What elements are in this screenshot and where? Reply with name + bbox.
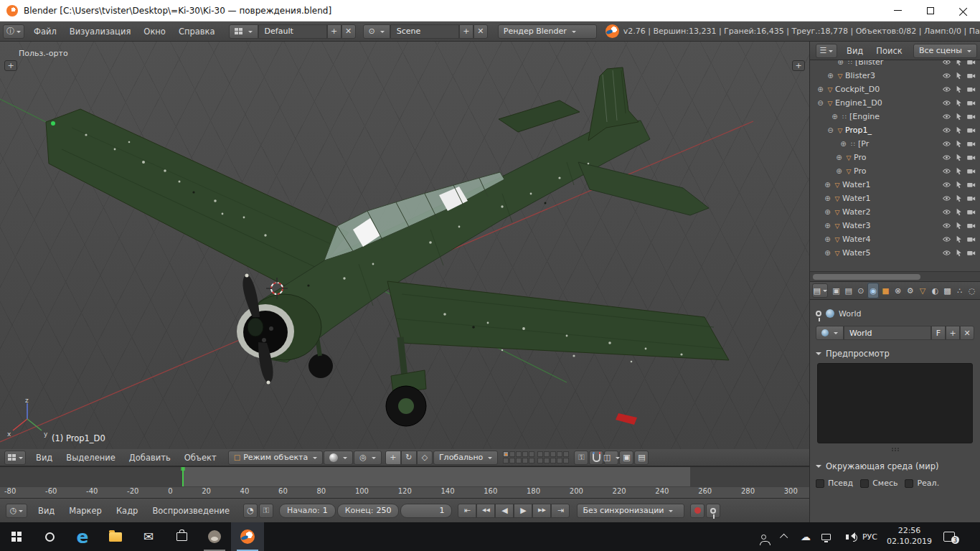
tab-particles[interactable]: ∴ — [954, 283, 966, 298]
environment-panel-header[interactable]: Окружающая среда (мир) — [816, 458, 974, 474]
visibility-eye-icon[interactable] — [942, 221, 951, 230]
selectable-cursor-icon[interactable] — [954, 194, 963, 203]
expand-icon[interactable]: ⊕ — [834, 167, 844, 175]
auto-keyframe-button[interactable] — [690, 504, 705, 518]
toolshelf-expand-button[interactable]: + — [4, 60, 17, 71]
outliner-item[interactable]: ⊕ ▽ Blister3 — [810, 69, 980, 83]
tray-overflow-button[interactable] — [779, 534, 791, 540]
close-button[interactable] — [947, 0, 980, 22]
unlink-world-button[interactable]: ✕ — [960, 326, 974, 340]
scrollbar-thumb[interactable] — [813, 274, 920, 280]
outliner-item[interactable]: ⊕ ▽ Pro — [810, 164, 980, 178]
prev-keyframe-button[interactable]: ◀◀ — [476, 504, 495, 518]
gimp-taskbar-button[interactable] — [198, 522, 231, 551]
play-reverse-button[interactable]: ◀ — [495, 504, 514, 518]
renderable-camera-icon[interactable] — [966, 207, 976, 217]
menu-add[interactable]: Добавить — [123, 451, 177, 465]
expand-icon[interactable]: ⊕ — [823, 222, 832, 230]
scale-manipulator-button[interactable]: ◇ — [417, 451, 433, 465]
outliner-item[interactable]: ⊕ ▽ Water4 — [810, 232, 980, 246]
viewport-3d[interactable]: Польз.-орто (1) Prop1_D0 + + z x y — [0, 42, 809, 449]
menu-file[interactable]: Файл — [27, 24, 63, 39]
menu-render[interactable]: Визуализация — [63, 24, 138, 39]
scene-browse-button[interactable]: ⊙ — [363, 24, 390, 39]
renderable-camera-icon[interactable] — [966, 98, 976, 108]
scene-add-button[interactable]: + — [459, 24, 473, 39]
current-frame-playhead[interactable] — [182, 467, 184, 486]
expand-icon[interactable]: ⊕ — [823, 249, 832, 257]
world-browse-button[interactable] — [816, 326, 844, 340]
outliner-item[interactable]: ⊕ ▽ Water5 — [810, 246, 980, 260]
network-tray-button[interactable] — [821, 534, 832, 540]
file-explorer-button[interactable] — [99, 522, 132, 551]
renderable-camera-icon[interactable] — [966, 180, 976, 189]
outliner-item[interactable]: ⊕ ▽ Water3 — [810, 219, 980, 232]
frame-start-field[interactable]: Начало: 1 — [279, 504, 336, 518]
editor-type-button[interactable]: ⓘ — [3, 24, 24, 39]
menu-frame[interactable]: Кадр — [110, 504, 144, 518]
current-frame-field[interactable]: 1 — [400, 504, 452, 518]
store-button[interactable] — [165, 522, 198, 551]
viewport-shading-button[interactable] — [324, 451, 353, 465]
pivot-point-button[interactable]: ◎ — [354, 451, 382, 465]
onedrive-tray-button[interactable]: ☁ — [800, 532, 811, 542]
renderable-camera-icon[interactable] — [966, 194, 976, 203]
jump-to-end-button[interactable]: ⇥ — [551, 504, 570, 518]
tab-material[interactable]: ◐ — [929, 283, 941, 298]
tab-render-layers[interactable]: ▤ — [843, 283, 854, 298]
selectable-cursor-icon[interactable] — [954, 235, 963, 244]
selectable-cursor-icon[interactable] — [954, 153, 963, 162]
minimize-button[interactable] — [881, 0, 914, 22]
selectable-cursor-icon[interactable] — [954, 166, 963, 176]
renderable-camera-icon[interactable] — [966, 71, 976, 80]
snap-toggle-button[interactable] — [589, 451, 603, 465]
renderable-camera-icon[interactable] — [966, 112, 976, 121]
layout-browse-button[interactable] — [229, 24, 258, 39]
selectable-cursor-icon[interactable] — [954, 207, 963, 217]
tab-render[interactable]: ▣ — [830, 283, 842, 298]
timeline-editor[interactable]: -80 -60 -40 -20 0 20 40 60 80 100 120 14… — [0, 466, 809, 498]
layout-add-button[interactable]: + — [327, 24, 341, 39]
edge-taskbar-button[interactable]: e — [66, 522, 99, 551]
tab-physics[interactable]: ◌ — [966, 283, 978, 298]
tab-world[interactable]: ◉ — [867, 283, 879, 298]
panel-drag-handle-icon[interactable] — [892, 448, 899, 451]
collapse-icon[interactable]: ⊖ — [826, 126, 835, 134]
selectable-cursor-icon[interactable] — [954, 98, 963, 108]
outliner-item[interactable]: ⊕ ▽ Cockpit_D0 — [810, 83, 980, 96]
outliner-item[interactable]: ⊕ ∷ [Pr — [810, 137, 980, 151]
expand-icon[interactable]: ⊕ — [836, 60, 845, 66]
expand-icon[interactable]: ⊕ — [816, 85, 825, 93]
translate-manipulator-button[interactable]: + — [385, 451, 401, 465]
render-engine-select[interactable]: Рендер Blender — [498, 24, 597, 39]
maximize-button[interactable] — [914, 0, 947, 22]
renderable-camera-icon[interactable] — [966, 139, 976, 149]
outliner-item[interactable]: ⊕ ▽ Water2 — [810, 205, 980, 219]
scene-name-field[interactable]: Scene — [390, 24, 459, 39]
editor-type-button[interactable]: ◷ — [6, 504, 27, 518]
tab-modifiers[interactable]: ⚙ — [905, 283, 916, 298]
selectable-cursor-icon[interactable] — [954, 60, 963, 67]
tab-object[interactable]: ■ — [880, 283, 891, 298]
renderable-camera-icon[interactable] — [966, 126, 976, 135]
scene-delete-button[interactable]: ✕ — [473, 24, 488, 39]
outliner-item-active[interactable]: ⊖ ▽ Prop1_ — [810, 123, 980, 137]
expand-icon[interactable]: ⊕ — [823, 194, 832, 202]
visibility-eye-icon[interactable] — [942, 85, 951, 94]
blender-taskbar-button[interactable] — [231, 522, 264, 551]
renderable-camera-icon[interactable] — [966, 235, 976, 244]
menu-view[interactable]: Вид — [29, 451, 59, 465]
search-button[interactable] — [33, 522, 66, 551]
outliner-item[interactable]: ⊖ ▽ Engine1_D0 — [810, 96, 980, 110]
new-world-button[interactable]: + — [946, 326, 960, 340]
jump-to-start-button[interactable]: ⇤ — [458, 504, 476, 518]
menu-select[interactable]: Выделение — [60, 451, 122, 465]
expand-icon[interactable]: ⊕ — [839, 140, 848, 148]
menu-help[interactable]: Справка — [172, 24, 222, 39]
visibility-eye-icon[interactable] — [942, 153, 951, 162]
outliner-scope-select[interactable]: Все сцены — [913, 44, 977, 58]
layers-widget[interactable] — [503, 451, 569, 463]
expand-icon[interactable]: ⊕ — [823, 235, 832, 243]
menu-window[interactable]: Окно — [137, 24, 172, 39]
language-indicator[interactable]: РУС — [862, 532, 877, 542]
